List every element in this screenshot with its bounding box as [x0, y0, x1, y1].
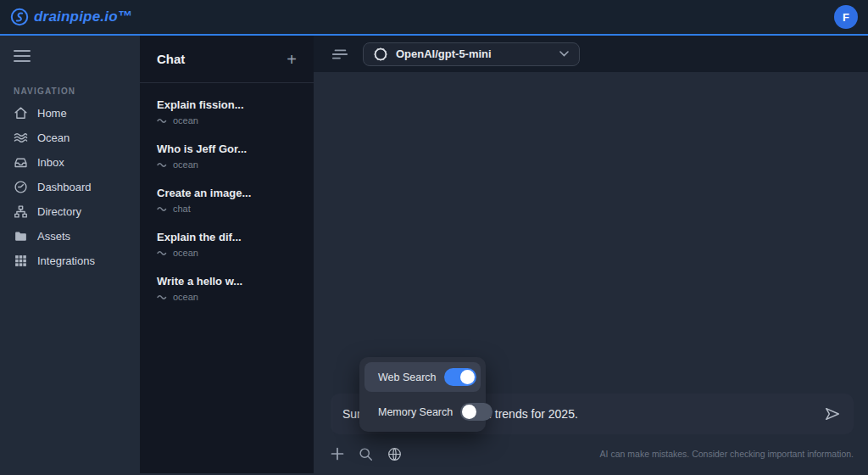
waves-icon [14, 131, 28, 145]
wave-icon [157, 161, 167, 168]
attach-button[interactable] [331, 447, 344, 461]
chat-item-tag: ocean [173, 159, 198, 170]
sidebar-item-label: Assets [37, 230, 70, 243]
chat-panel-title: Chat [157, 52, 185, 66]
chat-list-header: Chat + [140, 36, 314, 83]
sidebar-item-label: Home [37, 107, 67, 120]
model-toolbar: OpenAI/gpt-5-mini [314, 36, 868, 72]
chat-list-item[interactable]: Who is Jeff Gor... ocean [140, 134, 314, 178]
sidebar-item-label: Inbox [37, 156, 64, 169]
sidebar-item-label: Ocean [37, 131, 70, 144]
search-icon [359, 447, 373, 461]
sidebar-item-label: Dashboard [37, 181, 92, 193]
wave-icon [157, 117, 167, 124]
drainpipe-logo-icon [10, 8, 29, 26]
chat-item-title: Write a hello w... [157, 275, 297, 288]
web-search-toggle[interactable] [444, 368, 476, 386]
ai-disclaimer-text: AI can make mistakes. Consider checking … [600, 449, 854, 459]
chevron-down-icon [559, 51, 569, 57]
sidebar-item-ocean[interactable]: Ocean [0, 126, 140, 150]
chat-item-tag: chat [173, 204, 191, 214]
web-search-label: Web Search [378, 372, 437, 383]
app-logo[interactable]: drainpipe.io™ [10, 8, 132, 26]
web-search-option[interactable]: Web Search [364, 362, 481, 392]
wave-icon [157, 205, 167, 212]
grid-icon [14, 254, 28, 268]
sidebar-item-label: Directory [37, 205, 81, 218]
selected-model-label: OpenAI/gpt-5-mini [396, 48, 551, 60]
globe-icon [387, 447, 402, 461]
hamburger-icon [14, 49, 31, 63]
wave-icon [157, 293, 167, 300]
chat-list-panel: Chat + Explain fission... ocean Who is J… [140, 36, 314, 473]
top-header-bar: drainpipe.io™ F [0, 0, 868, 36]
chat-item-title: Who is Jeff Gor... [157, 142, 297, 155]
chat-item-title: Create an image... [157, 187, 297, 199]
chat-item-title: Explain fission... [157, 98, 297, 111]
inbox-icon [14, 155, 28, 170]
navigation-section-label: NAVIGATION [14, 87, 140, 96]
sidebar-item-inbox[interactable]: Inbox [0, 150, 140, 175]
wave-icon [157, 249, 167, 256]
navigation-sidebar: NAVIGATION Home Ocean Inbox [0, 36, 140, 473]
sidebar-item-integrations[interactable]: Integrations [0, 249, 140, 273]
openai-logo-icon [374, 48, 387, 61]
search-tools-popup: Web Search Memory Search [359, 357, 486, 432]
user-avatar[interactable]: F [834, 5, 858, 29]
chat-item-tag: ocean [173, 115, 198, 126]
chat-items-list: Explain fission... ocean Who is Jeff Gor… [140, 83, 314, 310]
home-icon [14, 106, 28, 120]
send-button[interactable] [815, 405, 842, 422]
gauge-icon [14, 180, 28, 194]
memory-search-toggle[interactable] [460, 403, 492, 421]
memory-search-option[interactable]: Memory Search [364, 397, 481, 427]
composer-tools-row: AI can make mistakes. Consider checking … [331, 434, 854, 473]
sidebar-collapse-button[interactable] [0, 46, 140, 66]
chat-list-item[interactable]: Explain fission... ocean [140, 90, 314, 134]
toggle-knob [462, 405, 476, 419]
new-chat-button[interactable]: + [287, 51, 297, 68]
filter-lines-icon [331, 46, 349, 63]
chat-list-item[interactable]: Create an image... chat [140, 178, 314, 222]
search-tool-button[interactable] [359, 447, 373, 461]
chat-item-tag: ocean [173, 292, 198, 302]
chat-item-tag: ocean [173, 248, 198, 258]
app-window: drainpipe.io™ F NAVIGATION Home [0, 0, 868, 475]
folder-icon [14, 229, 28, 243]
sitemap-icon [14, 204, 28, 219]
chat-messages-area [314, 72, 868, 394]
web-search-tool-button[interactable] [387, 447, 402, 461]
send-paper-plane-icon [823, 405, 842, 422]
chat-list-item[interactable]: Explain the dif... ocean [140, 222, 314, 266]
sidebar-item-home[interactable]: Home [0, 101, 140, 126]
toggle-knob [460, 370, 475, 384]
chat-options-button[interactable] [331, 46, 349, 63]
logo-text: drainpipe.io™ [34, 8, 132, 25]
sidebar-item-directory[interactable]: Directory [0, 199, 140, 224]
chat-item-title: Explain the dif... [157, 231, 297, 243]
memory-search-label: Memory Search [378, 406, 453, 418]
chat-list-item[interactable]: Write a hello w... ocean [140, 266, 314, 310]
sidebar-item-assets[interactable]: Assets [0, 224, 140, 249]
sidebar-item-label: Integrations [37, 254, 95, 267]
model-selector-dropdown[interactable]: OpenAI/gpt-5-mini [363, 42, 580, 66]
plus-icon [331, 447, 344, 461]
sidebar-item-dashboard[interactable]: Dashboard [0, 175, 140, 199]
